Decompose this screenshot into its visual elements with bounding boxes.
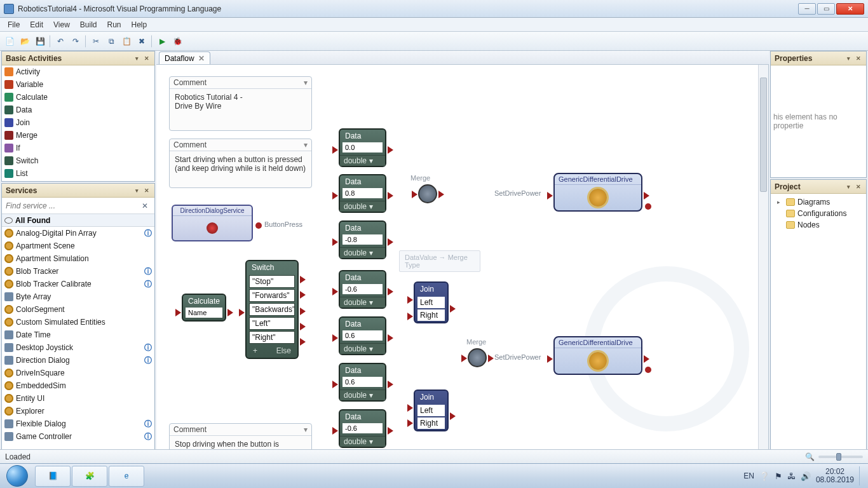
chevron-down-icon[interactable]: ▾ [304, 425, 308, 434]
chevron-down-icon[interactable]: ▾ [369, 437, 373, 446]
output-pin[interactable] [388, 288, 393, 295]
basic-activity-item[interactable]: List [2, 167, 154, 180]
menu-view[interactable]: View [48, 19, 75, 30]
menu-help[interactable]: Help [126, 19, 153, 30]
data-node[interactable]: Data double▾ [339, 316, 386, 355]
merge-node[interactable] [468, 348, 487, 367]
calculate-input[interactable] [186, 308, 222, 318]
taskbar-app-button[interactable]: 📘 [35, 466, 71, 487]
project-header[interactable]: Project ▾✕ [771, 180, 866, 194]
info-icon[interactable]: ⓘ [144, 228, 152, 239]
notification-pin[interactable] [645, 367, 651, 373]
add-case-icon[interactable]: + [253, 346, 262, 355]
undo-icon[interactable]: ↶ [53, 34, 67, 48]
chevron-down-icon[interactable]: ▾ [369, 298, 373, 307]
close-button[interactable]: ✕ [836, 3, 864, 15]
output-pin[interactable] [388, 238, 393, 246]
info-icon[interactable]: ⓘ [144, 266, 152, 277]
services-search-input[interactable] [6, 201, 139, 210]
output-pin[interactable] [255, 222, 262, 229]
cut-icon[interactable]: ✂ [89, 34, 103, 48]
panel-close-icon[interactable]: ✕ [855, 55, 862, 62]
info-icon[interactable]: ⓘ [144, 342, 152, 353]
output-pin[interactable] [300, 291, 306, 299]
panel-close-icon[interactable]: ✕ [143, 187, 151, 194]
volume-icon[interactable]: 🔊 [801, 471, 811, 481]
output-pin[interactable] [388, 427, 393, 435]
basic-activity-item[interactable]: Variable [2, 78, 154, 91]
switch-node[interactable]: Switch "Stop""Forwards""Backwards""Left"… [245, 260, 299, 359]
copy-icon[interactable]: ⧉ [104, 34, 118, 48]
run-icon[interactable]: ▶ [155, 34, 169, 48]
show-desktop-button[interactable] [859, 466, 864, 485]
service-item[interactable]: Apartment Scene [2, 240, 154, 252]
basic-activity-item[interactable]: Join [2, 116, 154, 129]
tab-close-icon[interactable]: ✕ [198, 54, 205, 63]
zoom-slider[interactable] [818, 456, 863, 458]
basic-activity-item[interactable]: Calculate [2, 91, 154, 104]
data-node[interactable]: Data double▾ [339, 363, 386, 402]
service-item[interactable]: DriveInSquare [2, 367, 154, 379]
data-node[interactable]: Data double▾ [339, 174, 386, 213]
output-pin[interactable] [488, 355, 494, 362]
notification-pin[interactable] [645, 203, 651, 210]
output-pin[interactable] [388, 146, 393, 154]
data-node[interactable]: Data double▾ [339, 270, 386, 309]
services-header[interactable]: Services ▾✕ [2, 184, 154, 198]
comment-node[interactable]: Comment▾ Robotics Tutorial 4 - Drive By … [169, 76, 312, 131]
output-pin[interactable] [227, 309, 233, 316]
redo-icon[interactable]: ↷ [69, 34, 83, 48]
basic-activity-item[interactable]: If [2, 142, 154, 154]
output-pin[interactable] [388, 192, 393, 200]
service-item[interactable]: EmbeddedSim [2, 379, 154, 392]
service-item[interactable]: Apartment Simulation [2, 252, 154, 265]
clear-search-icon[interactable]: ✕ [139, 201, 151, 210]
output-pin[interactable] [450, 412, 456, 420]
direction-dialog-service-node[interactable]: DirectionDialogService [172, 205, 253, 241]
menu-run[interactable]: Run [102, 19, 126, 30]
input-pin[interactable] [407, 313, 413, 320]
data-value-input[interactable] [342, 234, 383, 245]
data-value-input[interactable] [342, 330, 383, 341]
menu-edit[interactable]: Edit [25, 19, 48, 30]
service-item[interactable]: Date Time [2, 329, 154, 341]
chevron-down-icon[interactable]: ▾ [369, 248, 373, 257]
service-item[interactable]: Flexible Dialogⓘ [2, 417, 154, 430]
join-node[interactable]: Join Left Right [414, 281, 449, 323]
input-pin[interactable] [332, 381, 338, 388]
comment-node[interactable]: Comment▾ Start driving when a button is … [169, 139, 312, 188]
input-pin[interactable] [407, 404, 413, 412]
service-item[interactable]: Direction Dialogⓘ [2, 354, 154, 367]
switch-case[interactable]: "Left" [249, 317, 295, 330]
taskbar-app-button[interactable]: 🧩 [72, 466, 107, 487]
menu-build[interactable]: Build [75, 19, 102, 30]
project-tree-diagrams[interactable]: ▸Diagrams [773, 196, 864, 208]
project-tree-configurations[interactable]: Configurations [773, 208, 864, 219]
output-pin[interactable] [300, 338, 306, 346]
panel-dropdown-icon[interactable]: ▾ [844, 184, 852, 190]
output-pin[interactable] [300, 308, 306, 315]
network-icon[interactable]: 🖧 [787, 471, 796, 481]
panel-dropdown-icon[interactable]: ▾ [133, 55, 140, 62]
data-value-input[interactable] [342, 423, 383, 433]
input-pin[interactable] [239, 309, 245, 316]
data-node[interactable]: Data double▾ [339, 128, 386, 167]
services-allfound-row[interactable]: All Found [2, 214, 154, 227]
service-item[interactable]: Custom Simulated Entities [2, 316, 154, 329]
diagram-canvas[interactable]: Comment▾ Robotics Tutorial 4 - Drive By … [156, 65, 769, 463]
service-item[interactable]: Game Controllerⓘ [2, 430, 154, 443]
open-icon[interactable]: 📂 [18, 34, 32, 48]
service-item[interactable]: Blob Tracker Calibrateⓘ [2, 278, 154, 290]
service-item[interactable]: Byte Array [2, 290, 154, 303]
output-pin[interactable] [450, 305, 456, 313]
input-pin[interactable] [332, 334, 338, 342]
output-pin[interactable] [300, 323, 306, 330]
calculate-node[interactable]: Calculate [182, 294, 226, 322]
output-pin[interactable] [644, 355, 649, 363]
minimize-button[interactable]: ─ [798, 3, 816, 15]
basic-activities-header[interactable]: Basic Activities ▾✕ [2, 51, 154, 65]
zoom-control[interactable]: 🔍 [805, 452, 863, 461]
tray-clock[interactable]: 20:02 08.08.2019 [816, 468, 854, 484]
zoom-out-icon[interactable]: 🔍 [805, 452, 815, 461]
output-pin[interactable] [438, 191, 444, 198]
